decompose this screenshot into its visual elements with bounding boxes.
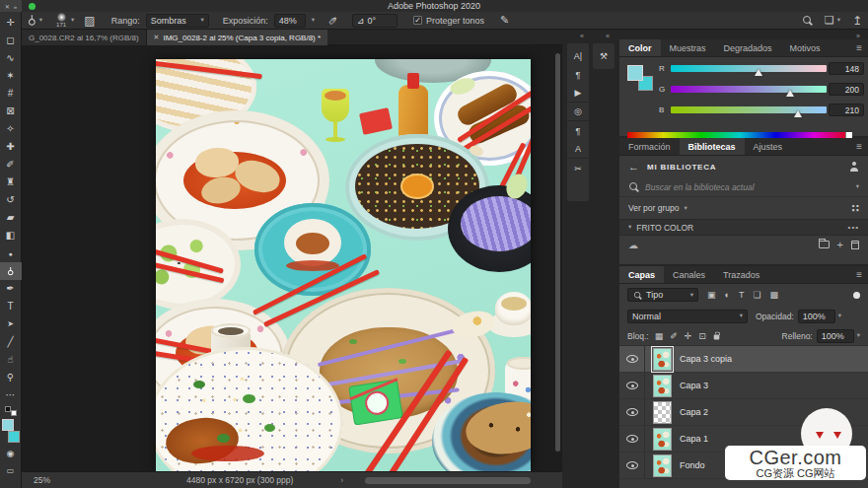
share-icon[interactable]: ↥: [852, 14, 862, 28]
quick-selection-tool[interactable]: ✶: [0, 67, 22, 85]
new-group-icon[interactable]: [819, 241, 830, 248]
shape-tool[interactable]: ╱: [0, 333, 22, 351]
tool-preset-dropdown[interactable]: ⚲ ▾: [28, 14, 42, 28]
frame-tool[interactable]: ⊠: [0, 103, 22, 120]
blur-tool[interactable]: ●: [0, 244, 22, 262]
layer-filter-select[interactable]: Tipo ▾: [627, 288, 698, 302]
red-value[interactable]: 148: [829, 62, 864, 75]
layer-thumbnail[interactable]: [653, 348, 672, 371]
add-item-icon[interactable]: +: [837, 239, 843, 250]
paragraph-styles-panel-icon[interactable]: ¶: [567, 121, 589, 140]
tab-color[interactable]: Color: [619, 39, 661, 56]
clone-stamp-tool[interactable]: ♜: [0, 174, 22, 191]
red-slider-thumb[interactable]: [755, 69, 762, 76]
toolbar-collapse-icon[interactable]: »: [14, 4, 17, 10]
layer-thumbnail[interactable]: [653, 454, 672, 477]
color-swatches[interactable]: [627, 65, 653, 91]
library-group-row[interactable]: ▾ FRITO COLOR •••: [619, 219, 868, 236]
green-slider-thumb[interactable]: [786, 90, 794, 97]
exposure-input[interactable]: 48%: [274, 14, 306, 28]
tab-capas[interactable]: Capas: [619, 266, 664, 283]
collaborate-icon[interactable]: [849, 162, 859, 172]
chevron-down-icon[interactable]: ▾: [857, 332, 860, 339]
tab-muestras[interactable]: Muestras: [661, 39, 715, 56]
lock-pixels-icon[interactable]: ✐: [670, 331, 678, 341]
gradient-tool[interactable]: ◧: [0, 227, 22, 244]
filter-adjustment-layers-icon[interactable]: ◐: [725, 290, 730, 300]
default-colors-control[interactable]: [4, 406, 18, 416]
timeline-panel-icon[interactable]: ▶: [567, 84, 589, 103]
canvas-horizontal-scrollbar[interactable]: [365, 477, 531, 484]
glyphs-panel-icon[interactable]: ◎: [567, 103, 589, 121]
filter-smart-objects-icon[interactable]: ▩: [770, 290, 779, 300]
toolbar-close-icon[interactable]: ✕: [5, 3, 10, 10]
tab-formacion[interactable]: Formación: [619, 138, 680, 155]
more-tools[interactable]: ⋯: [0, 386, 22, 404]
blue-value[interactable]: 210: [829, 104, 864, 116]
layer-visibility-toggle[interactable]: [619, 373, 645, 398]
green-slider[interactable]: [671, 86, 827, 93]
color-swatches[interactable]: [2, 419, 20, 443]
lock-position-icon[interactable]: ✛: [685, 331, 692, 341]
traffic-light-green[interactable]: [29, 3, 36, 10]
layer-name[interactable]: Capa 2: [680, 407, 708, 417]
panel-menu-icon[interactable]: ≡: [856, 269, 862, 280]
foreground-color-swatch[interactable]: [627, 65, 643, 81]
filter-toggle-icon[interactable]: [853, 292, 860, 299]
type-tool[interactable]: T: [0, 298, 22, 315]
background-color-swatch[interactable]: [8, 431, 20, 443]
dodge-tool-selected[interactable]: ⚲: [0, 262, 22, 280]
paragraph-panel-icon[interactable]: ¶: [567, 65, 589, 84]
layer-name[interactable]: Fondo: [680, 460, 705, 470]
grid-view-icon[interactable]: ∷: [851, 202, 859, 215]
lock-all-icon[interactable]: [714, 335, 720, 340]
blue-slider[interactable]: [671, 106, 827, 113]
layer-name[interactable]: Capa 3 copia: [680, 354, 732, 364]
fill-input[interactable]: 100%: [817, 329, 854, 343]
move-tool[interactable]: ✛: [0, 14, 22, 32]
tab-degradados[interactable]: Degradados: [715, 39, 781, 56]
red-slider[interactable]: [671, 65, 827, 72]
tab-canales[interactable]: Canales: [664, 266, 714, 283]
layer-thumbnail-transparent[interactable]: [653, 401, 672, 424]
blue-slider-thumb[interactable]: [794, 110, 802, 117]
airbrush-icon[interactable]: ✑: [326, 12, 342, 29]
lock-artboard-icon[interactable]: ⊡: [698, 331, 706, 341]
crop-tool[interactable]: #: [0, 85, 22, 103]
expand-panels-icon[interactable]: »: [856, 33, 860, 39]
quick-mask-button[interactable]: ◉: [0, 445, 22, 462]
layer-name[interactable]: Capa 3: [680, 381, 708, 390]
green-value[interactable]: 200: [829, 83, 864, 96]
tab-bibliotecas[interactable]: Bibliotecas: [680, 138, 745, 155]
path-selection-tool[interactable]: ➤: [0, 315, 22, 333]
more-options-icon[interactable]: •••: [848, 223, 859, 232]
zoom-level[interactable]: 25%: [34, 475, 50, 485]
lasso-tool[interactable]: ∿: [0, 49, 22, 67]
range-select[interactable]: Sombras ▾: [146, 14, 209, 28]
opacity-input[interactable]: 100%: [798, 310, 835, 323]
brush-angle-input[interactable]: ⊿ 0°: [352, 14, 398, 28]
character-panel-icon[interactable]: A|: [567, 46, 589, 65]
hand-tool[interactable]: ☝: [0, 351, 22, 369]
document-tab-1[interactable]: G_0028.CR2 al 16,7% (RGB/8): [22, 30, 147, 45]
chevron-down-icon[interactable]: ▾: [312, 17, 315, 24]
eyedropper-tool[interactable]: ✧: [0, 120, 22, 138]
brush-preset-picker[interactable]: 171 ▾: [54, 13, 74, 28]
zoom-tool[interactable]: ⚲: [0, 369, 22, 386]
layer-row-capa3[interactable]: Capa 3: [619, 373, 868, 399]
pen-tool[interactable]: ✒: [0, 280, 22, 298]
back-icon[interactable]: ←: [628, 161, 639, 173]
blend-mode-select[interactable]: Normal ▾: [627, 310, 748, 323]
search-icon[interactable]: [802, 15, 813, 26]
workspace-switcher[interactable]: ❏ ▾: [825, 14, 840, 27]
screen-mode-button[interactable]: ▭: [0, 462, 22, 480]
library-search[interactable]: Buscar en la biblioteca actual ▾: [619, 177, 868, 197]
document-tab-2[interactable]: ✕ IMG_0028-2 al 25% (Capa 3 copia, RGB/8…: [147, 30, 328, 45]
healing-brush-tool[interactable]: ✚: [0, 138, 22, 156]
filter-pixel-layers-icon[interactable]: ▣: [707, 290, 716, 300]
history-brush-tool[interactable]: ↺: [0, 191, 22, 209]
collapse-panels-icon[interactable]: «: [580, 33, 584, 39]
layer-visibility-toggle[interactable]: [619, 453, 645, 478]
tab-motivos[interactable]: Motivos: [781, 39, 830, 56]
filter-shape-layers-icon[interactable]: ❏: [753, 290, 760, 300]
